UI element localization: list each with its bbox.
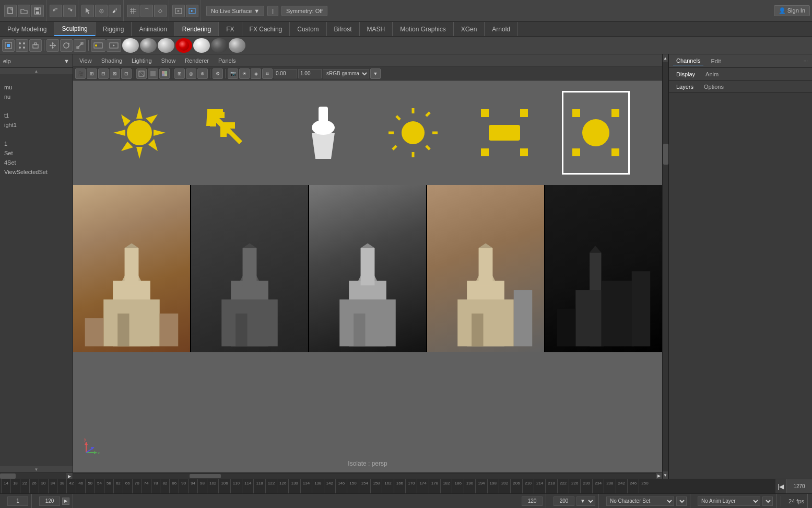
open-file-btn[interactable] xyxy=(18,5,30,17)
offset-input[interactable] xyxy=(274,69,297,78)
channels-tab[interactable]: Channels xyxy=(673,56,703,65)
panels-menu[interactable]: Panels xyxy=(214,56,240,65)
snap-surface-btn[interactable]: ◇ xyxy=(154,5,167,17)
exposure-btn[interactable]: ☀ xyxy=(239,68,250,79)
render-settings-btn[interactable] xyxy=(91,39,105,52)
light-sphere-btn-1[interactable] xyxy=(122,38,139,53)
point-light-icon[interactable] xyxy=(379,91,447,175)
symmetry-dropdown[interactable]: Symmetry: Off xyxy=(281,6,327,16)
range-start-input[interactable] xyxy=(522,497,543,506)
render-btn[interactable] xyxy=(172,5,185,17)
tab-custom[interactable]: Custom xyxy=(290,22,326,36)
area-light-icon[interactable] xyxy=(470,91,538,175)
viewport-scroll-right-btn[interactable]: ▶ xyxy=(656,473,662,479)
anim-layer-dropdown[interactable]: No Anim Layer xyxy=(698,497,760,506)
play-btn[interactable]: ▶ xyxy=(62,498,69,505)
wireframe-btn[interactable] xyxy=(136,68,147,79)
scroll-down-btn[interactable]: ▼ xyxy=(663,471,668,479)
layers-sub-tab[interactable]: Layers xyxy=(673,83,697,91)
list-item-1[interactable]: 1 xyxy=(0,139,73,148)
tab-fx[interactable]: FX xyxy=(219,22,242,36)
vertical-scrollbar[interactable]: ▲ ▼ xyxy=(662,54,668,479)
save-file-btn[interactable] xyxy=(31,5,44,17)
edit-tab[interactable]: Edit xyxy=(708,57,724,65)
snap-curve-btn[interactable]: ⌒ xyxy=(140,5,153,17)
character-set-dropdown[interactable]: No Character Set xyxy=(606,497,674,506)
select-btn[interactable] xyxy=(81,5,94,17)
camera-aperture-btn[interactable]: 📷 xyxy=(228,68,238,79)
timeline-ruler[interactable]: // This won't execute in SVG context, do… xyxy=(0,479,812,493)
left-panel-expand-btn[interactable]: ▼ xyxy=(64,58,69,64)
range-end-input[interactable] xyxy=(554,497,574,506)
render-view-btn[interactable] xyxy=(107,39,121,52)
isolate-btn[interactable]: ⊡ xyxy=(121,68,132,79)
new-file-btn[interactable] xyxy=(4,5,17,17)
tab-rendering[interactable]: Rendering xyxy=(175,22,219,36)
overlay-btn[interactable]: ⊕ xyxy=(197,68,208,79)
view-menu[interactable]: View xyxy=(75,56,96,65)
component-mode-btn[interactable] xyxy=(16,39,28,52)
paint-sel-btn[interactable]: 🖌 xyxy=(109,5,121,17)
light-sphere-btn-4[interactable] xyxy=(175,38,192,53)
character-set-dropdown-arrow[interactable]: ▼ xyxy=(676,497,687,506)
display-btn[interactable]: ◎ xyxy=(186,68,196,79)
list-item-t1[interactable]: t1 xyxy=(0,111,73,120)
list-item[interactable]: nu xyxy=(0,92,73,101)
camera-btn[interactable]: 🎥 xyxy=(75,68,86,79)
left-scroll-down-btn[interactable]: ▼ xyxy=(0,466,73,472)
lighting-menu[interactable]: Lighting xyxy=(127,56,156,65)
scale-tool-btn[interactable] xyxy=(74,39,86,52)
isolate-sel-btn[interactable]: ◈ xyxy=(251,68,261,79)
sync-btn[interactable]: ⊠ xyxy=(110,68,120,79)
color-space-select[interactable]: sRGB gamma xyxy=(323,69,369,78)
list-item-4set[interactable]: 4Set xyxy=(0,158,73,167)
tab-sculpting[interactable]: Sculpting xyxy=(54,22,95,36)
renderer-menu[interactable]: Renderer xyxy=(181,56,213,65)
scroll-right-btn[interactable]: ▶ xyxy=(66,473,73,479)
frame-end-input[interactable] xyxy=(39,497,60,506)
snap-grid-btn[interactable] xyxy=(127,5,139,17)
value-type-btn[interactable]: ⚙ xyxy=(213,68,223,79)
light-sphere-btn-6[interactable] xyxy=(211,38,228,53)
right-panel-options[interactable]: ··· xyxy=(804,58,808,64)
range-dropdown[interactable]: ▼ xyxy=(576,497,595,506)
anim-layer-dropdown-arrow[interactable]: ▼ xyxy=(762,497,773,506)
sign-in-btn[interactable]: 👤 Sign In xyxy=(774,5,810,16)
light-sphere-btn-5[interactable] xyxy=(193,38,210,53)
show-menu[interactable]: Show xyxy=(157,56,180,65)
spot-light-icon[interactable] xyxy=(288,91,356,175)
list-item-ight1[interactable]: ight1 xyxy=(0,120,73,130)
scatter-light-icon[interactable] xyxy=(197,91,265,175)
viewport-content[interactable]: x y Isolate : persp xyxy=(73,80,662,472)
frame-btn[interactable]: ⊟ xyxy=(98,68,109,79)
shaded-btn[interactable] xyxy=(148,68,158,79)
color-mgmt-btn[interactable]: ▼ xyxy=(370,68,381,79)
light-sphere-btn-7[interactable] xyxy=(229,38,245,53)
directional-light-icon[interactable] xyxy=(105,91,173,175)
options-sub-tab[interactable]: Options xyxy=(701,83,727,91)
anim-sub-tab[interactable]: Anim xyxy=(702,70,722,78)
tab-poly-modeling[interactable]: Poly Modeling xyxy=(0,22,54,36)
tab-motion-graphics[interactable]: Motion Graphics xyxy=(393,22,453,36)
tab-fx-caching[interactable]: FX Caching xyxy=(242,22,290,36)
list-item-set[interactable]: Set xyxy=(0,148,73,158)
grid-btn[interactable]: ⊞ xyxy=(174,68,185,79)
tab-xgen[interactable]: XGen xyxy=(454,22,485,36)
tab-arnold[interactable]: Arnold xyxy=(485,22,518,36)
scale-input[interactable] xyxy=(298,69,322,78)
scroll-up-btn[interactable]: ▲ xyxy=(663,54,668,62)
rotate-tool-btn[interactable] xyxy=(60,39,73,52)
shading-menu[interactable]: Shading xyxy=(97,56,126,65)
ipr-btn[interactable] xyxy=(186,5,198,17)
select-mode-btn[interactable] xyxy=(2,39,15,52)
lasso-btn[interactable]: ◎ xyxy=(95,5,108,17)
tab-bifrost[interactable]: Bifrost xyxy=(327,22,360,36)
tab-animation[interactable]: Animation xyxy=(132,22,174,36)
redo-btn[interactable] xyxy=(63,5,76,17)
left-scroll-up-btn[interactable]: ▲ xyxy=(0,68,73,74)
smooth-btn[interactable]: ≋ xyxy=(262,68,273,79)
live-surface-dropdown[interactable]: No Live Surface ▼ xyxy=(206,6,264,16)
tab-mash[interactable]: MASH xyxy=(360,22,393,36)
tab-rigging[interactable]: Rigging xyxy=(96,22,132,36)
list-item[interactable]: mu xyxy=(0,83,73,92)
